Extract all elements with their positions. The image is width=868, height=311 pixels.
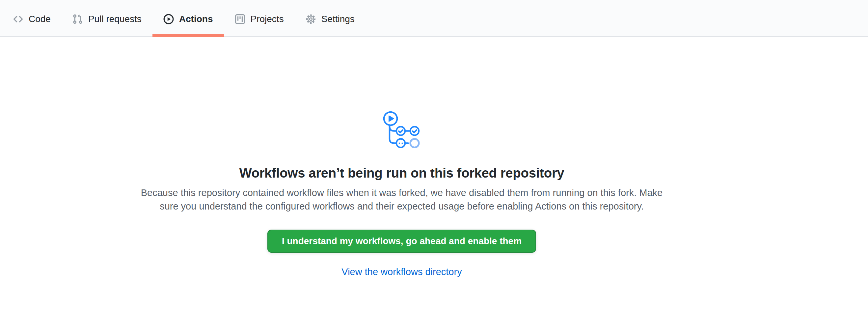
gear-icon: [306, 14, 316, 24]
tab-settings[interactable]: Settings: [295, 0, 366, 37]
tab-label: Projects: [251, 14, 284, 24]
tab-label: Settings: [321, 14, 354, 24]
code-icon: [13, 14, 23, 24]
workflow-graph-icon: [383, 111, 421, 149]
git-pull-request-icon: [72, 14, 83, 24]
tab-code[interactable]: Code: [2, 0, 62, 37]
tab-pull-requests[interactable]: Pull requests: [62, 0, 152, 37]
repo-tab-bar: Code Pull requests Actions: [0, 0, 868, 37]
actions-blankslate: Workflows aren’t being run on this forke…: [0, 37, 868, 277]
tab-label: Code: [29, 14, 51, 24]
enable-workflows-button[interactable]: I understand my workflows, go ahead and …: [268, 229, 536, 253]
project-icon: [235, 14, 245, 24]
view-workflows-link[interactable]: View the workflows directory: [341, 267, 462, 277]
blankslate-description: Because this repository contained workfl…: [132, 186, 672, 213]
tab-label: Actions: [179, 14, 213, 24]
tab-label: Pull requests: [88, 14, 142, 24]
tab-actions[interactable]: Actions: [152, 0, 224, 37]
blankslate-content: Workflows aren’t being run on this forke…: [0, 37, 803, 277]
blankslate-title: Workflows aren’t being run on this forke…: [239, 166, 564, 180]
tab-projects[interactable]: Projects: [224, 0, 295, 37]
play-icon: [163, 14, 174, 24]
link-row: View the workflows directory: [341, 267, 462, 277]
